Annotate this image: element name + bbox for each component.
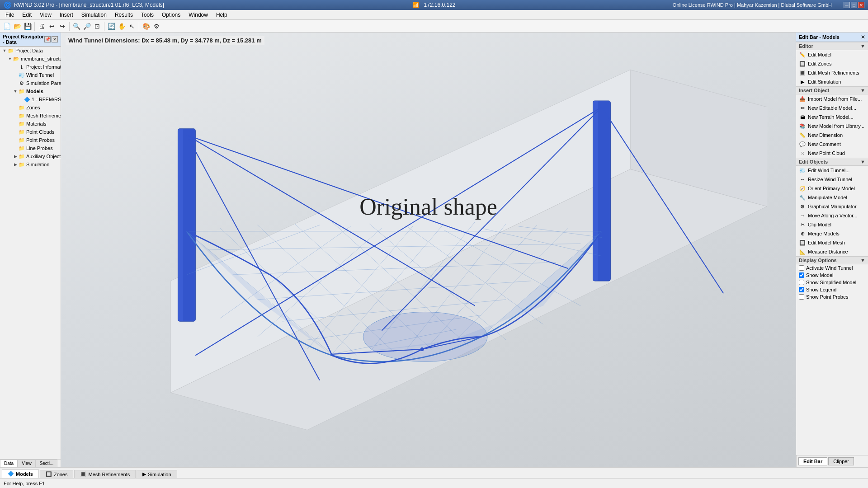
tree-node-membrane[interactable]: ▼ 📂 membrane_structure1	[0, 55, 61, 63]
expand-model1	[18, 97, 24, 102]
close-button[interactable]: ✕	[858, 2, 864, 8]
import-model-item[interactable]: 📥 Import Model from File...	[796, 94, 868, 103]
edit-mesh-item[interactable]: 🔳 Edit Mesh Refinements	[796, 68, 868, 77]
section-editor-collapse[interactable]: ▼	[860, 43, 865, 49]
clipper-tab[interactable]: Clipper	[828, 457, 854, 465]
toolbar-select[interactable]: ↖	[127, 21, 137, 31]
tree-node-materials[interactable]: 📁 Materials	[0, 120, 61, 128]
clip-model-label: Clip Model	[808, 222, 831, 227]
tree-node-mesh-ref[interactable]: 📁 Mesh Refinements	[0, 112, 61, 120]
new-terrain-item[interactable]: 🏔 New Terrain Model...	[796, 113, 868, 122]
edit-model-item[interactable]: ✏️ Edit Model	[796, 50, 868, 59]
minimize-button[interactable]: ─	[844, 2, 850, 8]
activate-wind-tunnel-checkbox[interactable]	[799, 265, 804, 271]
menu-file[interactable]: File	[2, 11, 18, 19]
menu-help[interactable]: Help	[212, 11, 231, 19]
material-icon: 📁	[18, 120, 25, 127]
graphical-manip-item[interactable]: ⚙ Graphical Manipulator	[796, 202, 868, 211]
tab-simulation[interactable]: ▶ Simulation	[137, 470, 177, 478]
left-tab-view[interactable]: View	[18, 460, 36, 467]
tree-label-project-info: Project Information	[26, 64, 61, 70]
menu-simulation[interactable]: Simulation	[78, 11, 110, 19]
show-simplified-check[interactable]: Show Simplified Model	[796, 279, 868, 286]
menu-options[interactable]: Options	[158, 11, 184, 19]
move-vector-item[interactable]: → Move Along a Vector...	[796, 211, 868, 220]
menu-window[interactable]: Window	[185, 11, 212, 19]
show-model-checkbox[interactable]	[799, 272, 804, 278]
new-library-label: New Model from Library...	[808, 123, 864, 129]
tree-node-line-probes[interactable]: 📁 Line Probes	[0, 144, 61, 152]
toolbar-new[interactable]: 📄	[2, 21, 12, 31]
left-tab-data[interactable]: Data	[0, 460, 18, 467]
right-panel-title: Edit Bar - Models	[799, 34, 840, 40]
edit-bar-tab[interactable]: Edit Bar	[798, 457, 827, 465]
edit-zones-item[interactable]: 🔲 Edit Zones	[796, 59, 868, 68]
point-cloud-icon: 📁	[18, 128, 25, 136]
tree-node-zones[interactable]: 📁 Zones	[0, 103, 61, 112]
edit-zones-icon: 🔲	[799, 60, 806, 67]
tree-node-project-info[interactable]: ℹ Project Information	[0, 63, 61, 71]
toolbar-zoom-out[interactable]: 🔎	[82, 21, 92, 31]
activate-wind-tunnel-check[interactable]: Activate Wind Tunnel	[796, 264, 868, 272]
tree-node-point-clouds[interactable]: 📁 Point Clouds	[0, 128, 61, 136]
toolbar-rotate[interactable]: 🔄	[106, 21, 116, 31]
section-edit-objects-collapse[interactable]: ▼	[860, 159, 865, 164]
toolbar-print[interactable]: 🖨	[37, 21, 47, 31]
tab-models[interactable]: 🔷 Models	[2, 469, 39, 478]
show-legend-check[interactable]: Show Legend	[796, 286, 868, 293]
move-vector-label: Move Along a Vector...	[808, 213, 857, 218]
tab-mesh-ref[interactable]: 🔳 Mesh Refinements	[74, 470, 136, 478]
tree-node-simulation[interactable]: ▶ 📁 Simulation	[0, 160, 61, 169]
left-tab-section[interactable]: Secti...	[36, 460, 58, 467]
resize-wind-tunnel-item[interactable]: ↔ Resize Wind Tunnel	[796, 175, 868, 184]
menu-tools[interactable]: Tools	[137, 11, 157, 19]
orient-primary-item[interactable]: 🧭 Orient Primary Model	[796, 184, 868, 193]
section-display-collapse[interactable]: ▼	[860, 258, 865, 263]
edit-model-mesh-item[interactable]: 🔲 Edit Model Mesh	[796, 238, 868, 247]
manipulate-model-item[interactable]: 🔧 Manipulate Model	[796, 193, 868, 202]
toolbar-pan[interactable]: ✋	[117, 21, 127, 31]
tree-node-sim-params[interactable]: ⚙ Simulation Parameters	[0, 79, 61, 87]
tree-node-point-probes[interactable]: 📁 Point Probes	[0, 136, 61, 144]
right-panel-close[interactable]: ✕	[861, 34, 865, 40]
show-point-probes-check[interactable]: Show Point Probes	[796, 293, 868, 300]
toolbar-redo[interactable]: ↪	[57, 21, 67, 31]
new-dimension-item[interactable]: 📏 New Dimension	[796, 131, 868, 140]
tree-node-model1[interactable]: 🔷 1 - RFEM/RSTAB Mo	[0, 95, 61, 103]
menu-results[interactable]: Results	[111, 11, 137, 19]
toolbar-fit[interactable]: ⊡	[92, 21, 102, 31]
show-simplified-checkbox[interactable]	[799, 280, 804, 285]
new-comment-item[interactable]: 💬 New Comment	[796, 140, 868, 149]
toolbar-open[interactable]: 📂	[12, 21, 22, 31]
tree-node-aux[interactable]: ▶ 📁 Auxiliary Objects	[0, 152, 61, 160]
show-point-probes-checkbox[interactable]	[799, 294, 804, 300]
new-library-item[interactable]: 📚 New Model from Library...	[796, 122, 868, 131]
maximize-button[interactable]: □	[851, 2, 857, 8]
tab-zones[interactable]: 🔲 Zones	[40, 470, 74, 478]
menu-edit[interactable]: Edit	[19, 11, 35, 19]
section-editor: Editor ▼	[796, 42, 868, 50]
toolbar-save[interactable]: 💾	[23, 21, 33, 31]
toolbar-zoom-in[interactable]: 🔍	[71, 21, 81, 31]
tree-node-project-data[interactable]: ▼ 📁 Project Data	[0, 47, 61, 55]
clip-model-item[interactable]: ✂ Clip Model	[796, 220, 868, 229]
viewport[interactable]: Wind Tunnel Dimensions: Dx = 85.48 m, Dy…	[61, 33, 796, 467]
show-legend-checkbox[interactable]	[799, 287, 804, 292]
new-editable-item[interactable]: ✏ New Editable Model...	[796, 103, 868, 113]
toolbar-settings[interactable]: ⚙	[151, 21, 161, 31]
panel-close[interactable]: ✕	[52, 36, 58, 42]
edit-wind-tunnel-item[interactable]: 💨 Edit Wind Tunnel...	[796, 166, 868, 175]
tree-node-models[interactable]: ▼ 📁 Models	[0, 87, 61, 95]
merge-models-item[interactable]: ⊕ Merge Models	[796, 229, 868, 238]
edit-sim-item[interactable]: ▶ Edit Simulation	[796, 77, 868, 86]
toolbar-render[interactable]: 🎨	[141, 21, 151, 31]
new-point-cloud-item[interactable]: ⁙ New Point Cloud	[796, 149, 868, 158]
menu-view[interactable]: View	[36, 11, 55, 19]
panel-pin[interactable]: 📌	[44, 36, 51, 42]
menu-insert[interactable]: Insert	[56, 11, 77, 19]
show-model-check[interactable]: Show Model	[796, 272, 868, 279]
section-insert-collapse[interactable]: ▼	[860, 88, 865, 93]
tree-node-wind-tunnel[interactable]: 💨 Wind Tunnel	[0, 71, 61, 79]
toolbar-undo[interactable]: ↩	[47, 21, 57, 31]
measure-distance-item[interactable]: 📐 Measure Distance	[796, 247, 868, 256]
